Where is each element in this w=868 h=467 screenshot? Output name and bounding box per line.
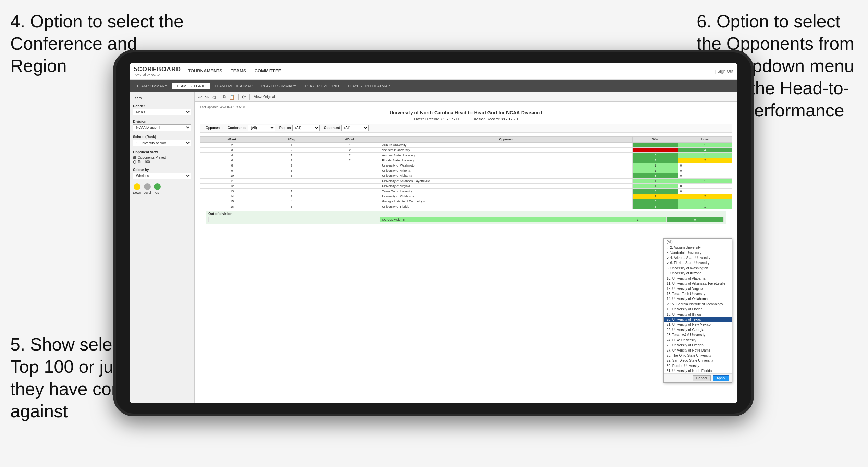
paste-icon[interactable]: 📋 [228,94,235,100]
dropdown-item[interactable]: 16. University of Florida [664,307,732,312]
dropdown-item[interactable]: 10. University of Alabama [664,276,732,281]
dropdown-item[interactable]: 4. Arizona State University [664,255,732,260]
out-div-empty3 [323,217,380,222]
td-loss: 0 [678,168,732,173]
td-loss: 1 [678,179,732,184]
apply-button[interactable]: Apply [713,375,729,381]
team-label: Team [133,96,191,100]
dropdown-item[interactable]: 28. The Ohio State University [664,353,732,358]
sub-nav-team-summary[interactable]: TEAM SUMMARY [132,83,171,89]
dropdown-item[interactable]: 9. University of Arizona [664,271,732,276]
td-win: 1 [632,163,678,168]
dropdown-item[interactable]: 24. Duke University [664,337,732,343]
conference-filter-select[interactable]: (All) [248,125,275,131]
opponent-dropdown[interactable]: (All) 2. Auburn University3. Vanderbilt … [663,238,732,383]
division-section: Division NCAA Division I [133,120,191,131]
table-row: 16 3 University of Florida 5 1 [200,204,732,209]
td-conf [319,163,380,168]
dropdown-item[interactable]: 31. University of North Florida [664,368,732,373]
dropdown-item[interactable]: 13. Texas Tech University [664,291,732,296]
dropdown-item[interactable]: 12. University of Virginia [664,286,732,291]
left-panel: Team Gender Men's Division NCAA Division… [130,92,195,403]
table-row: 15 4 Georgia Institute of Technology 5 1 [200,199,732,204]
sub-nav-team-h2h-grid[interactable]: TEAM H2H GRID [172,83,210,89]
redo-icon[interactable]: ↪ [204,94,210,100]
radio-top-100[interactable]: Top 100 [133,160,191,164]
dropdown-item[interactable]: 27. University of Notre Dame [664,348,732,353]
td-reg: 3 [264,184,319,189]
color-legend: Down Level Up [133,183,191,194]
td-rank: 13 [200,189,264,194]
td-opponent: Georgia Institute of Technology [380,199,632,204]
td-reg: 3 [264,168,319,173]
grid-last-updated: Last Updated: 4/7/2024 16:55:38 [200,105,732,109]
undo-icon[interactable]: ↩ [197,94,203,100]
td-opponent: University of Florida [380,204,632,209]
out-of-division-header: Out of division [208,212,724,216]
out-div-empty1 [209,217,266,222]
dropdown-item[interactable]: 23. Texas A&M University [664,332,732,337]
copy-icon[interactable]: ⧉ [222,94,227,100]
col-rank: #Rank [200,137,264,143]
back-icon[interactable]: ◁ [211,94,216,100]
dropdown-item[interactable]: 30. Purdue University [664,363,732,368]
dropdown-item[interactable]: 18. University of Illinois [664,312,732,317]
dropdown-item[interactable]: 8. University of Washington [664,266,732,271]
dropdown-item[interactable]: 20. University of Texas [664,317,732,322]
td-opponent: Texas Tech University [380,189,632,194]
region-filter-label: Region [279,126,291,130]
dropdown-item[interactable]: 21. University of New Mexico [664,322,732,327]
legend-up-circle [154,183,161,190]
nav-items: TOURNAMENTS TEAMS COMMITTEE [188,67,715,75]
dropdown-item[interactable]: 6. Florida State University [664,260,732,266]
dropdown-item[interactable]: 29. San Diego State University [664,358,732,363]
data-table: #Rank #Reg #Conf Opponent Win Loss 2 1 1… [195,135,737,403]
dropdown-footer: Cancel Apply [664,373,732,382]
td-reg: 6 [264,179,319,184]
toolbar-sep3 [249,94,250,100]
td-conf: 2 [319,158,380,163]
td-reg: 2 [264,163,319,168]
division-select[interactable]: NCAA Division I [133,124,191,131]
nav-signout[interactable]: | Sign Out [715,69,733,74]
col-reg: #Reg [264,137,319,143]
td-opponent: University of Washington [380,163,632,168]
nav-tournaments[interactable]: TOURNAMENTS [188,67,222,75]
dropdown-item[interactable]: 3. Vanderbilt University [664,250,732,255]
dropdown-item[interactable]: 25. University of Oregon [664,343,732,348]
app-nav: 5COREBOARD Powered by ROAD TOURNAMENTS T… [130,63,737,80]
cancel-button[interactable]: Cancel [693,375,711,381]
sub-nav-team-h2h-heatmap[interactable]: TEAM H2H HEATMAP [210,83,257,89]
dropdown-header-label: (All) [664,239,732,245]
table-row: 4 1 2 Arizona State University 5 1 [200,153,732,158]
school-select[interactable]: 1. University of Nort... [133,140,191,146]
out-of-division-table: NCAA Division II 1 0 [208,217,724,222]
nav-committee[interactable]: COMMITTEE [254,67,281,75]
region-filter-select[interactable]: (All) [292,125,320,131]
table-row: 6 2 2 Florida State University 4 2 [200,158,732,163]
colour-select[interactable]: Win/loss [133,173,191,179]
opponent-filter-select[interactable]: (All) [341,125,369,131]
td-conf: 2 [319,148,380,153]
td-win: 3 [632,173,678,179]
td-reg: 4 [264,199,319,204]
gender-select[interactable]: Men's [133,109,191,115]
td-opponent: University of Arkansas, Fayetteville [380,179,632,184]
dropdown-item[interactable]: 11. University of Arkansas, Fayetteville [664,281,732,286]
tablet-screen: 5COREBOARD Powered by ROAD TOURNAMENTS T… [130,63,737,403]
td-rank: 4 [200,153,264,158]
radio-opponents-played[interactable]: Opponents Played [133,156,191,159]
out-div-win: 1 [609,217,667,222]
dropdown-item[interactable]: 14. University of Oklahoma [664,296,732,302]
nav-teams[interactable]: TEAMS [231,67,246,75]
sub-nav-player-h2h-grid[interactable]: PLAYER H2H GRID [301,83,343,89]
dropdown-item[interactable]: 22. University of Georgia [664,327,732,332]
sub-nav-player-summary[interactable]: PLAYER SUMMARY [257,83,301,89]
refresh-icon[interactable]: ⟳ [241,94,247,100]
td-loss: 0 [678,184,732,189]
sub-nav-player-h2h-heatmap[interactable]: PLAYER H2H HEATMAP [344,83,394,89]
division-label: Division [133,120,191,123]
dropdown-item[interactable]: 2. Auburn University [664,245,732,250]
legend-level-label: Level [144,191,151,194]
dropdown-item[interactable]: 15. Georgia Institute of Technology [664,302,732,307]
